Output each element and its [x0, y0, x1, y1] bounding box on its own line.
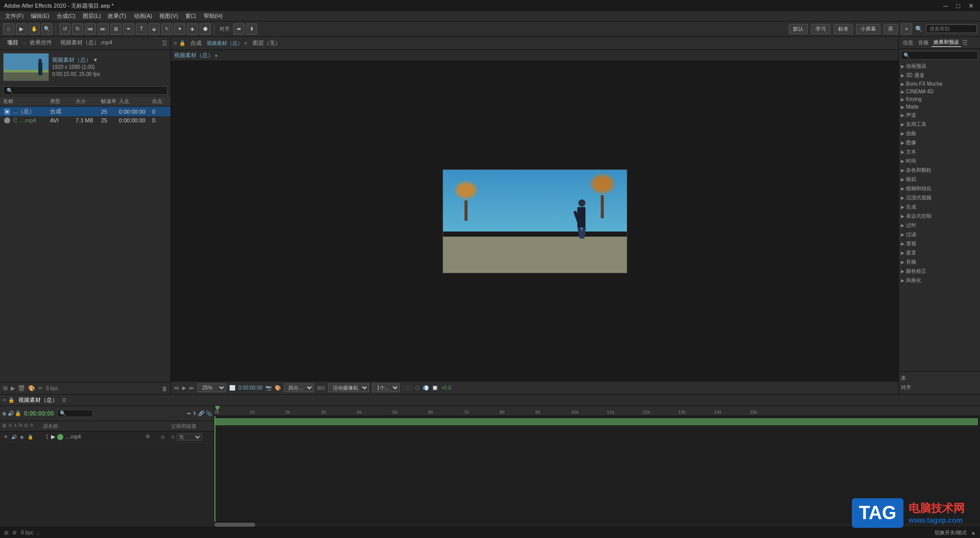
comp-timecode[interactable]: 0:00:00:00: [238, 385, 262, 391]
step-fwd[interactable]: ⏭: [97, 23, 109, 35]
menu-file[interactable]: 文件(F): [2, 11, 27, 21]
effect-group-perspective[interactable]: ▶透视: [899, 239, 980, 248]
workspace-learn[interactable]: 学习: [811, 24, 830, 34]
effect-group-3d[interactable]: ▶3D 通道: [899, 71, 980, 80]
tl-expand-icon[interactable]: ▲: [971, 530, 976, 535]
effect-group-expr-ctrl[interactable]: ▶表达式控制: [899, 212, 980, 221]
project-search-input[interactable]: [3, 86, 167, 95]
layer-name[interactable]: ....mp4: [65, 434, 145, 440]
effect-group-blur-sharpen[interactable]: ▶模糊和锐化: [899, 184, 980, 193]
tl-solo-icon[interactable]: ◉: [2, 411, 7, 416]
tl-tab-footage[interactable]: 视频素材（总）: [16, 395, 60, 405]
effect-group-text[interactable]: ▶文本: [899, 147, 980, 157]
layer-parent[interactable]: ⊙ 无: [171, 433, 212, 441]
reset-icon[interactable]: ⬚⬚: [403, 385, 412, 391]
workspace-default[interactable]: 默认: [789, 24, 808, 34]
color-icon[interactable]: 🎨: [28, 385, 35, 392]
footage-name[interactable]: 视频素材（总） ▼: [52, 56, 100, 64]
layer-solo[interactable]: ◉: [18, 434, 26, 440]
tab-footage-active[interactable]: 视频素材（总）: [207, 40, 242, 47]
tl-tool1[interactable]: ⬌: [187, 411, 191, 416]
effect-group-cinema4d[interactable]: ▶CINEMA 4D: [899, 88, 980, 95]
menu-layer[interactable]: 图层(L): [80, 11, 104, 21]
workspace-small[interactable]: 小屏幕: [856, 24, 880, 34]
layer-lock[interactable]: 🔒: [27, 434, 34, 440]
zoom-tool[interactable]: 🔍: [41, 23, 53, 35]
tab-footage[interactable]: 视频素材（总）.mp4: [56, 38, 116, 48]
motion-blur-icon[interactable]: 💨: [423, 385, 429, 391]
prev-frame-icon[interactable]: ⏮: [174, 385, 179, 391]
tl-tool3[interactable]: 🔗: [198, 411, 204, 416]
sub-tab-arrow[interactable]: ▸: [215, 53, 218, 58]
status-icon2[interactable]: ⚙: [12, 530, 17, 535]
grid-icons[interactable]: ⊞⊟: [317, 385, 325, 391]
render-icon[interactable]: 🔲: [432, 385, 438, 391]
effect-group-color-correct[interactable]: ▶颜色校正: [899, 267, 980, 276]
expand-layer-arrow[interactable]: ▶: [51, 433, 55, 440]
align-v[interactable]: ⬍: [246, 23, 257, 35]
comp-header-menu2[interactable]: ≡: [244, 40, 248, 46]
shape-tool[interactable]: ◈: [187, 23, 198, 35]
effect-group-channel[interactable]: ▶声道: [899, 111, 980, 120]
tl-tab-menu[interactable]: ☰: [62, 397, 66, 403]
text-tool[interactable]: T: [136, 23, 147, 35]
workspace-standard[interactable]: 标准: [834, 24, 853, 34]
tl-lock-icon2[interactable]: 🔒: [15, 411, 21, 416]
tl-menu-icon[interactable]: ≡: [3, 397, 6, 403]
effect-group-audio[interactable]: ▶音频: [899, 258, 980, 267]
menu-help[interactable]: 帮助(H): [201, 11, 226, 21]
play-comp-icon[interactable]: ▶: [182, 385, 186, 391]
toggle-mode-btn[interactable]: 切换开关/模式: [935, 529, 967, 536]
next-frame-icon[interactable]: ⏭: [189, 385, 194, 391]
footage-icon-btn[interactable]: 🎬: [18, 385, 25, 392]
effect-group-generate[interactable]: ▶生成: [899, 202, 980, 212]
align-tab[interactable]: 对齐: [901, 383, 978, 392]
effect-group-noise[interactable]: ▶杂色和颗粒: [899, 166, 980, 175]
tl-tool2[interactable]: ⬍: [192, 411, 197, 416]
effects-search-input[interactable]: [901, 51, 978, 60]
effects-panel-menu[interactable]: ☰: [962, 39, 968, 46]
workspace-lib[interactable]: 库: [884, 24, 898, 34]
sub-tab-footage[interactable]: 视频素材（总）: [174, 52, 213, 59]
menu-view[interactable]: 视图(V): [156, 11, 181, 21]
effect-group-keying[interactable]: ▶Keying: [899, 95, 980, 103]
view-mode-select[interactable]: 四分...完整一半: [284, 383, 314, 392]
comp-viewer[interactable]: [171, 61, 898, 381]
tab-effect-controls[interactable]: 效果控件: [26, 38, 56, 48]
tl-tool4[interactable]: 📎: [206, 411, 212, 416]
effect-group-boris[interactable]: ▶Boris FX Mocha: [899, 80, 980, 88]
snap-icon[interactable]: ⬡: [415, 385, 420, 391]
select-tool[interactable]: ↖: [161, 23, 173, 35]
effect-group-mask[interactable]: ▶遮罩: [899, 248, 980, 258]
tab-layer-none[interactable]: 图层（无）: [250, 38, 284, 48]
effect-group-filter[interactable]: ▶过滤: [899, 230, 980, 239]
maximize-btn[interactable]: □: [954, 2, 962, 10]
status-icon1[interactable]: ⊞: [4, 530, 8, 535]
menu-window[interactable]: 窗口: [182, 11, 200, 21]
comp-panel-menu[interactable]: ≡: [174, 40, 177, 46]
tab-effects-presets[interactable]: 效果和预设: [932, 38, 961, 47]
delete-icon[interactable]: 🗑: [162, 386, 167, 392]
rotate-right[interactable]: ↻: [72, 23, 83, 35]
tab-audio[interactable]: 音频: [916, 39, 930, 47]
layer-row[interactable]: 👁 🔊 ◉ 🔒 1 ▶ ....mp4 单 ◎ ⊙: [0, 431, 214, 443]
anchor-tool[interactable]: ✦: [174, 23, 185, 35]
hand-tool[interactable]: ✋: [29, 23, 40, 35]
expand-workspaces[interactable]: »: [901, 23, 912, 35]
minimize-btn[interactable]: ─: [941, 2, 950, 10]
pen-tool[interactable]: ✒: [123, 23, 134, 35]
channels-select[interactable]: 1个...: [372, 383, 400, 392]
effect-group-sim[interactable]: ▶模拟: [899, 175, 980, 184]
pencil-icon[interactable]: ✏: [38, 385, 43, 392]
effect-group-matte[interactable]: ▶Matte: [899, 103, 980, 111]
parent-select[interactable]: 无: [177, 433, 202, 441]
lock-icon[interactable]: 🔒: [179, 40, 185, 46]
tl-scroll-thumb[interactable]: [214, 523, 255, 527]
tool5[interactable]: ⊞: [110, 23, 121, 35]
effect-group-immersive[interactable]: ▶沉浸式视频: [899, 193, 980, 202]
effect-group-stylize[interactable]: ▶风格化: [899, 276, 980, 285]
list-item[interactable]: ▶ ...（总） 合成 25 0:00:00:00 0: [0, 107, 170, 116]
cam-tool[interactable]: ⬙: [149, 23, 160, 35]
new-comp-icon[interactable]: ▶: [11, 385, 15, 392]
layer-vis-toggle[interactable]: 👁: [2, 434, 9, 440]
